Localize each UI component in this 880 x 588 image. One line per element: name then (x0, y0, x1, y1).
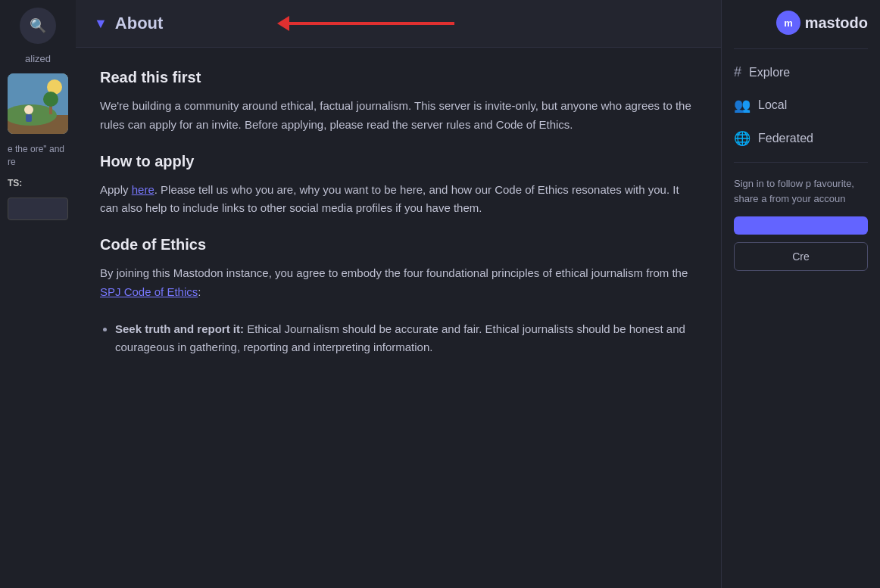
sign-in-prompt: Sign in to follow p favourite, share a f… (734, 176, 868, 206)
right-divider-1 (734, 48, 868, 49)
section-read-first: Read this first We're building a communi… (100, 69, 697, 135)
nav-item-local[interactable]: 👥 Local (734, 92, 868, 118)
search-icon: 🔍 (30, 17, 46, 34)
nav-label-local: Local (758, 98, 787, 112)
content-area: Read this first We're building a communi… (76, 48, 721, 588)
sidebar-label-alized: alized (19, 53, 57, 64)
sidebar-image (8, 73, 68, 134)
section-heading-read-first: Read this first (100, 69, 697, 86)
nav-label-federated: Federated (758, 132, 813, 145)
explore-icon: # (734, 64, 741, 80)
section-text-read-first: We're building a community around ethica… (100, 97, 697, 135)
left-sidebar: 🔍 alized e the ore" and re TS: (0, 0, 76, 588)
page-title: About (115, 14, 164, 33)
section-how-to-apply: How to apply Apply here. Please tell us … (100, 153, 697, 219)
section-text-code-of-ethics: By joining this Mastodon instance, you a… (100, 264, 697, 302)
right-divider-2 (734, 162, 868, 163)
svg-point-8 (43, 92, 58, 107)
mastodon-logo: m mastodo (734, 11, 868, 35)
apply-link[interactable]: here (132, 183, 154, 196)
main-content: ▼ About Read this first We're building a… (76, 0, 721, 588)
local-icon: 👥 (734, 97, 750, 114)
section-text-how-to-apply: Apply here. Please tell us who you are, … (100, 181, 697, 219)
sign-in-button[interactable] (734, 216, 868, 235)
svg-rect-6 (26, 114, 32, 122)
right-sidebar: m mastodo # Explore 👥 Local 🌐 Federated … (721, 0, 880, 588)
bullet-item-seek-truth: Seek truth and report it: Ethical Journa… (115, 320, 697, 358)
section-code-of-ethics: Code of Ethics By joining this Mastodon … (100, 236, 697, 357)
svg-text:m: m (784, 17, 793, 29)
search-button[interactable]: 🔍 (20, 8, 56, 44)
spj-link[interactable]: SPJ Code of Ethics (100, 285, 198, 298)
nav-item-explore[interactable]: # Explore (734, 60, 868, 85)
sidebar-illustration (8, 73, 68, 134)
mastodon-svg: m (779, 14, 797, 32)
bullet-list: Seek truth and report it: Ethical Journa… (100, 320, 697, 358)
section-heading-how-to-apply: How to apply (100, 153, 697, 170)
svg-point-5 (24, 105, 33, 114)
federated-icon: 🌐 (734, 130, 750, 147)
section-heading-code-of-ethics: Code of Ethics (100, 236, 697, 254)
nav-label-explore: Explore (749, 66, 790, 79)
chevron-down-icon: ▼ (94, 16, 108, 32)
sidebar-bottom-text: e the ore" and re (0, 143, 76, 169)
create-account-button[interactable]: Cre (734, 242, 868, 271)
mastodon-name: mastodo (805, 14, 868, 32)
about-header: ▼ About (76, 0, 721, 48)
sidebar-bottom-label: TS: (0, 178, 76, 188)
sidebar-input-placeholder[interactable] (8, 198, 68, 220)
arrow-line (288, 22, 454, 25)
annotation-arrow (288, 22, 454, 25)
nav-item-federated[interactable]: 🌐 Federated (734, 126, 868, 151)
mastodon-icon: m (776, 11, 800, 35)
